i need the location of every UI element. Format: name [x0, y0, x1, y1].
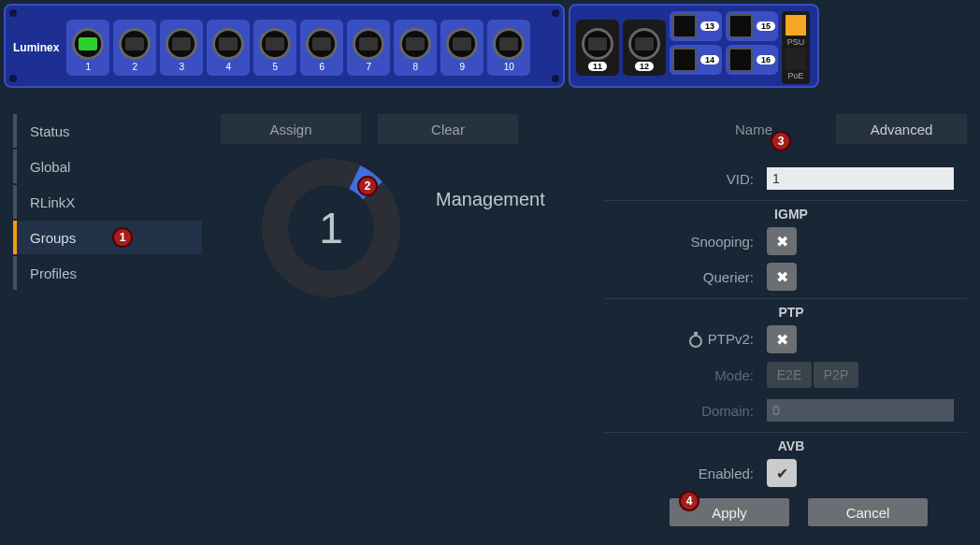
rj45-port-11[interactable]: 11 — [576, 20, 619, 76]
vid-input[interactable] — [767, 167, 954, 190]
sidebar: Status Global RLinkX Groups 1 Profiles — [13, 114, 202, 526]
rj45-port-8[interactable]: 8 — [394, 20, 437, 76]
step-badge-3: 3 — [771, 131, 791, 151]
vid-label: VID: — [604, 171, 754, 187]
ptpv2-toggle[interactable]: ✖ — [767, 325, 797, 353]
sidebar-item-status[interactable]: Status — [13, 114, 202, 148]
rj45-port-2[interactable]: 2 — [113, 20, 156, 76]
check-icon: ✔ — [776, 465, 788, 482]
ptpv2-label: PTPv2: — [604, 331, 754, 347]
sfp-13: 13 — [670, 11, 722, 41]
sidebar-item-profiles[interactable]: Profiles — [13, 256, 202, 290]
sidebar-item-groups[interactable]: Groups 1 — [13, 221, 202, 254]
igmp-section: IGMP — [604, 207, 829, 222]
device-brand: Luminex — [13, 41, 59, 54]
domain-label: Domain: — [604, 403, 754, 419]
snooping-toggle[interactable]: ✖ — [767, 227, 797, 255]
poe-led — [785, 49, 806, 69]
status-leds: PSU PoE — [782, 11, 810, 84]
device-main: Luminex 12345678910 — [4, 4, 565, 88]
close-icon: ✖ — [776, 268, 788, 286]
mode-p2p[interactable]: P2P — [814, 362, 858, 388]
rj45-port-3[interactable]: 3 — [160, 20, 203, 76]
rj45-port-10[interactable]: 10 — [487, 20, 530, 76]
tab-name[interactable]: Name — [688, 114, 819, 144]
sfp-14: 14 — [670, 45, 722, 75]
step-badge-4: 4 — [679, 491, 699, 511]
rj45-port-12[interactable]: 12 — [623, 20, 666, 76]
tab-clear[interactable]: Clear — [378, 114, 518, 144]
rj45-port-7[interactable]: 7 — [347, 20, 390, 76]
tab-assign[interactable]: Assign — [221, 114, 361, 144]
rj45-port-4[interactable]: 4 — [207, 20, 250, 76]
rj45-port-9[interactable]: 9 — [440, 20, 483, 76]
rj45-port-5[interactable]: 5 — [253, 20, 296, 76]
device-ext: 1112 13 14 15 16 PSU PoE — [569, 4, 819, 88]
step-badge-2: 2 — [357, 176, 378, 196]
close-icon: ✖ — [776, 233, 788, 251]
mode-e2e[interactable]: E2E — [767, 362, 812, 388]
group-title: Management — [436, 189, 545, 210]
ports-ext: 1112 — [576, 20, 666, 76]
avb-section: AVB — [604, 438, 829, 453]
right-panel: Name Advanced 3 VID: IGMP Snooping: ✖ Qu… — [604, 114, 967, 526]
group-donut[interactable]: 1 2 — [256, 153, 406, 303]
sfp-16: 16 — [726, 45, 778, 75]
mode-label: Mode: — [604, 367, 754, 383]
rj45-port-1[interactable]: 1 — [66, 20, 109, 76]
sidebar-item-global[interactable]: Global — [13, 150, 202, 183]
ports-main: 12345678910 — [66, 20, 530, 76]
snooping-label: Snooping: — [604, 234, 754, 250]
ptp-section: PTP — [604, 305, 829, 320]
psu-led — [785, 15, 806, 36]
tab-advanced[interactable]: Advanced — [836, 114, 967, 144]
querier-label: Querier: — [604, 269, 754, 285]
close-icon: ✖ — [776, 331, 788, 349]
rj45-port-6[interactable]: 6 — [300, 20, 343, 76]
stopwatch-icon — [689, 335, 702, 348]
querier-toggle[interactable]: ✖ — [767, 263, 797, 291]
cancel-button[interactable]: Cancel — [808, 498, 928, 526]
sfp-15: 15 — [726, 11, 778, 41]
sidebar-item-rlinkx[interactable]: RLinkX — [13, 185, 202, 219]
avb-enabled-toggle[interactable]: ✔ — [767, 459, 797, 487]
domain-input — [767, 399, 954, 422]
group-number: 1 — [256, 153, 406, 303]
enabled-label: Enabled: — [604, 466, 754, 481]
step-badge-1: 1 — [112, 227, 133, 248]
center-panel: Assign Clear 1 2 Management — [221, 114, 585, 526]
device-strip: Luminex 12345678910 1112 13 14 15 16 PSU… — [0, 0, 980, 88]
